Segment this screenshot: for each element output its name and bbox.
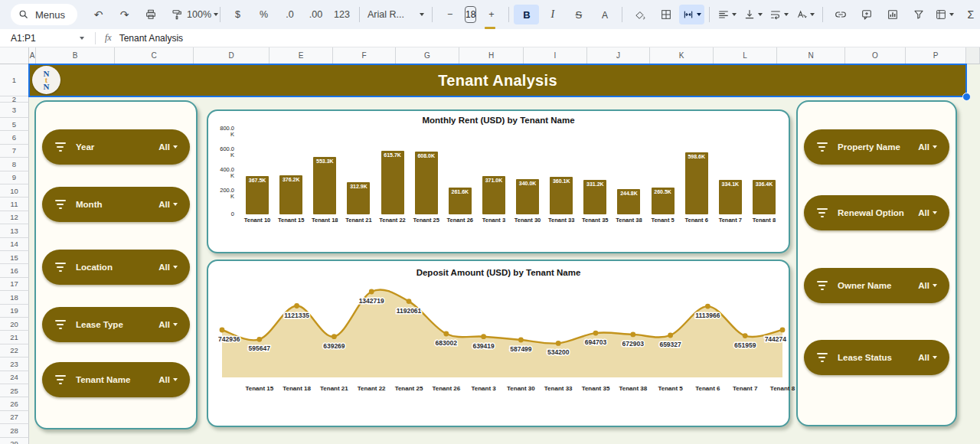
row-header[interactable]: 17: [0, 278, 29, 291]
font-family-select[interactable]: Arial R...: [364, 5, 427, 24]
text-rotate-button[interactable]: [792, 5, 818, 24]
slicer-button-year[interactable]: YearAll: [42, 129, 190, 165]
slicer-button-month[interactable]: MonthAll: [42, 187, 190, 222]
text-wrap-button[interactable]: [766, 5, 792, 24]
column-header[interactable]: [966, 47, 980, 64]
column-header[interactable]: F: [333, 47, 396, 64]
row-header[interactable]: 6: [0, 131, 29, 144]
more-formats-button[interactable]: 123: [329, 5, 354, 24]
row-header[interactable]: 23: [0, 357, 29, 371]
slicer-button-lease-type[interactable]: Lease TypeAll: [42, 307, 190, 342]
strikethrough-button[interactable]: S: [566, 5, 591, 24]
increase-font-size-button[interactable]: +: [479, 5, 504, 24]
column-header[interactable]: L: [714, 47, 777, 64]
text-color-button[interactable]: A: [592, 4, 617, 25]
slicer-button-location[interactable]: LocationAll: [42, 250, 190, 285]
slicer-value[interactable]: All: [158, 320, 178, 329]
redo-button[interactable]: ↷: [112, 5, 137, 24]
insert-link-button[interactable]: [828, 5, 853, 24]
slicer-button-renewal-option[interactable]: Renewal OptionAll: [804, 195, 949, 230]
row-header[interactable]: 5: [0, 118, 29, 131]
column-header[interactable]: C: [115, 47, 194, 64]
slicer-value[interactable]: All: [918, 142, 937, 152]
row-header[interactable]: 16: [0, 264, 29, 277]
row-header[interactable]: 1: [0, 64, 29, 96]
column-header[interactable]: N: [777, 47, 845, 64]
row-header[interactable]: 18: [0, 291, 29, 304]
italic-button[interactable]: I: [540, 5, 565, 24]
borders-button[interactable]: [653, 5, 678, 24]
insert-comment-button[interactable]: [854, 5, 879, 24]
paint-format-button[interactable]: [164, 5, 189, 24]
row-header[interactable]: 19: [0, 305, 29, 318]
create-filter-button[interactable]: [906, 5, 931, 24]
select-all-corner[interactable]: [0, 47, 29, 64]
row-header[interactable]: 27: [0, 411, 29, 424]
column-header[interactable]: P: [906, 47, 966, 64]
row-header[interactable]: 8: [0, 158, 29, 171]
slicer-value[interactable]: All: [158, 263, 178, 272]
vertical-align-button[interactable]: [740, 5, 766, 24]
slicer-value[interactable]: All: [918, 208, 937, 217]
slicer-value[interactable]: All: [158, 375, 178, 384]
slicer-button-tenant-name[interactable]: Tenant NameAll: [42, 362, 190, 397]
column-header[interactable]: B: [36, 47, 115, 64]
functions-button[interactable]: Σ: [958, 5, 980, 24]
row-header[interactable]: 26: [0, 397, 29, 410]
undo-button[interactable]: ↶: [86, 5, 111, 24]
slicer-value[interactable]: All: [158, 200, 178, 209]
column-header[interactable]: J: [587, 47, 650, 64]
decrease-decimal-button[interactable]: .0: [277, 5, 302, 24]
row-header[interactable]: 10: [0, 184, 29, 198]
column-header[interactable]: K: [650, 47, 714, 64]
row-header[interactable]: 3: [0, 103, 29, 118]
column-header[interactable]: D: [194, 47, 270, 64]
row-header[interactable]: 20: [0, 318, 29, 331]
horizontal-align-button[interactable]: [714, 5, 740, 24]
merge-cells-button[interactable]: [679, 5, 704, 24]
row-header[interactable]: 21: [0, 331, 29, 344]
print-button[interactable]: [138, 5, 163, 24]
row-header[interactable]: 12: [0, 211, 29, 224]
title-banner[interactable]: Tenant Analysis: [29, 64, 966, 96]
row-header[interactable]: 14: [0, 238, 29, 251]
slicer-button-property-name[interactable]: Property NameAll: [804, 129, 949, 165]
column-header[interactable]: A: [29, 47, 36, 64]
selection-handle[interactable]: [962, 93, 971, 101]
menus-button[interactable]: Menus: [11, 4, 77, 25]
area-value-label: 1192061: [397, 307, 422, 315]
row-header[interactable]: 28: [0, 424, 29, 437]
row-header[interactable]: 24: [0, 371, 29, 384]
row-header[interactable]: 22: [0, 344, 29, 357]
row-header[interactable]: 15: [0, 251, 29, 264]
format-currency-button[interactable]: $: [225, 5, 250, 24]
decrease-font-size-button[interactable]: −: [437, 5, 462, 24]
row-header[interactable]: 13: [0, 224, 29, 237]
font-size-input[interactable]: 18: [465, 6, 476, 23]
column-header[interactable]: I: [524, 47, 587, 64]
filter-views-button[interactable]: [932, 5, 957, 24]
slicer-button-lease-status[interactable]: Lease StatusAll: [804, 340, 949, 375]
format-percent-button[interactable]: %: [251, 5, 276, 24]
column-header[interactable]: O: [845, 47, 906, 64]
slicer-button-owner-name[interactable]: Owner NameAll: [804, 268, 949, 303]
increase-decimal-button[interactable]: .00: [303, 5, 328, 24]
row-header[interactable]: 25: [0, 384, 29, 397]
row-header[interactable]: 7: [0, 145, 29, 158]
name-box[interactable]: A1:P1: [0, 33, 92, 44]
slicer-value[interactable]: All: [918, 281, 937, 290]
insert-chart-button[interactable]: [880, 5, 905, 24]
formula-input[interactable]: Tenant Analysis: [119, 33, 980, 44]
column-header[interactable]: G: [396, 47, 459, 64]
fill-color-button[interactable]: [627, 4, 652, 25]
slicer-value[interactable]: All: [918, 353, 937, 362]
column-header[interactable]: E: [270, 47, 333, 64]
zoom-control[interactable]: 100%: [190, 5, 215, 24]
row-header[interactable]: 11: [0, 198, 29, 211]
column-header[interactable]: H: [459, 47, 524, 64]
slicer-value[interactable]: All: [158, 142, 178, 152]
row-header[interactable]: 9: [0, 171, 29, 184]
row-header[interactable]: 2: [0, 96, 29, 103]
row-header[interactable]: 29: [0, 438, 29, 444]
bold-button[interactable]: B: [514, 5, 539, 24]
